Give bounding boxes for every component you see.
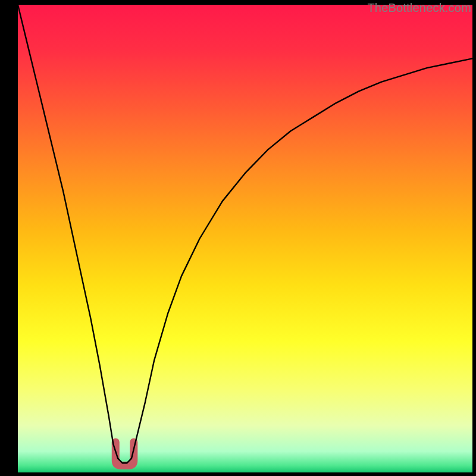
bottleneck-chart xyxy=(18,5,472,472)
chart-frame xyxy=(18,5,472,472)
watermark-text: TheBottleneck.com xyxy=(367,1,471,15)
